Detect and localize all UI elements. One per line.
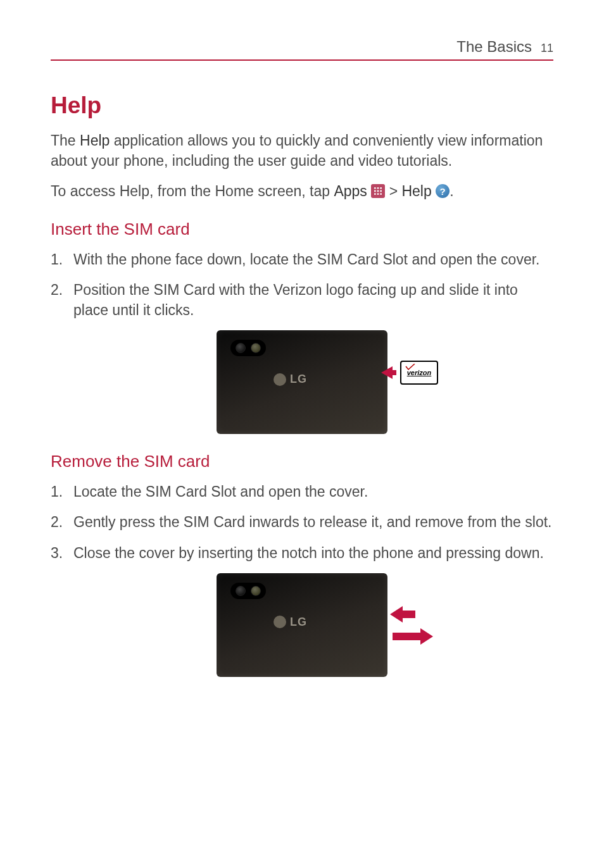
section-title: The Basics <box>456 38 532 56</box>
text: > <box>385 183 401 199</box>
flash <box>251 586 261 596</box>
camera-lens <box>236 343 246 353</box>
svg-point-6 <box>374 194 376 195</box>
svg-marker-9 <box>381 366 396 379</box>
remove-arrows <box>390 605 434 648</box>
camera-lens <box>236 586 246 596</box>
lg-logo-circle <box>274 616 286 628</box>
lg-logo-text: LG <box>290 616 307 629</box>
arrow-left-icon <box>381 366 396 382</box>
text: The <box>51 132 80 149</box>
help-label: Help <box>401 183 431 199</box>
apps-icon <box>371 184 385 198</box>
heading-remove-sim: Remove the SIM card <box>51 452 553 471</box>
lg-logo-circle <box>274 373 286 386</box>
svg-point-1 <box>377 187 379 189</box>
svg-point-5 <box>381 190 382 192</box>
help-access: To access Help, from the Home screen, ta… <box>51 181 553 201</box>
help-icon: ? <box>436 184 450 198</box>
verizon-check-icon <box>405 364 415 370</box>
insert-steps: With the phone face down, locate the SIM… <box>51 249 553 321</box>
sim-card: verizon <box>400 361 438 385</box>
list-item: Locate the SIM Card Slot and open the co… <box>51 481 553 502</box>
svg-marker-11 <box>393 628 433 645</box>
remove-steps: Locate the SIM Card Slot and open the co… <box>51 481 553 563</box>
list-item: Close the cover by inserting the notch i… <box>51 543 553 563</box>
figure-insert-sim: LG verizon <box>51 330 553 434</box>
help-intro: The Help application allows you to quick… <box>51 130 553 171</box>
phone-back-illustration: LG <box>217 573 387 677</box>
lg-logo: LG <box>274 373 307 386</box>
lg-logo-text: LG <box>290 373 307 386</box>
svg-point-4 <box>377 190 379 192</box>
svg-point-0 <box>374 187 376 189</box>
help-bold: Help <box>80 132 110 149</box>
svg-point-3 <box>374 190 376 192</box>
svg-marker-10 <box>390 606 415 623</box>
phone-back-illustration: LG <box>217 330 387 434</box>
apps-label: Apps <box>334 183 367 199</box>
svg-point-7 <box>377 194 379 195</box>
page-header: The Basics 11 <box>51 38 553 61</box>
list-item: With the phone face down, locate the SIM… <box>51 249 553 270</box>
flash <box>251 343 261 353</box>
list-item: Gently press the SIM Card inwards to rel… <box>51 512 553 532</box>
heading-help: Help <box>51 92 553 119</box>
lg-logo: LG <box>274 616 307 629</box>
camera-cluster <box>230 583 266 599</box>
heading-insert-sim: Insert the SIM card <box>51 220 553 239</box>
text: . <box>450 183 453 199</box>
camera-cluster <box>230 340 266 356</box>
list-item: Position the SIM Card with the Verizon l… <box>51 280 553 320</box>
text: application allows you to quickly and co… <box>51 132 543 169</box>
page-number: 11 <box>541 42 553 55</box>
svg-point-2 <box>381 187 382 189</box>
figure-remove-sim: LG <box>51 573 553 677</box>
text: To access Help, from the Home screen, ta… <box>51 183 334 199</box>
svg-point-8 <box>381 194 382 195</box>
